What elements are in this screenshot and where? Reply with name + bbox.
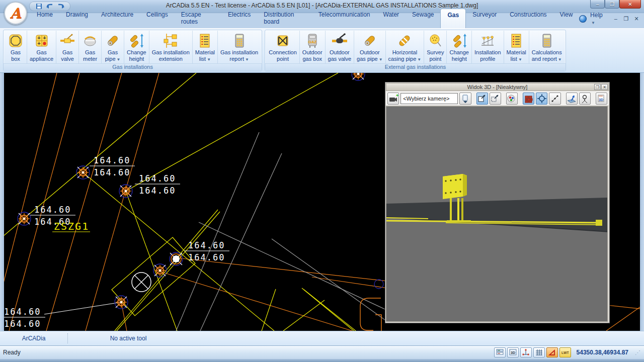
button-label: Calculations [532,49,562,56]
gas-installation-extension-button[interactable]: Gas installationextension [149,31,192,63]
combo-drop-icon[interactable] [459,93,471,105]
material-list-icon [196,32,213,49]
report-calc-icon [231,32,248,49]
doc-close-button[interactable]: ✕ [633,16,640,22]
tab-electrics[interactable]: Electrics [221,9,257,28]
tab-distribution-board[interactable]: Distribution board [257,9,311,28]
orbit-icon[interactable] [536,93,547,105]
projector-icon[interactable] [579,93,591,105]
color-ball-icon[interactable] [506,93,518,105]
survey-point-button[interactable]: Surveypoint [424,31,446,63]
export-3d-icon[interactable]: 3D [596,93,607,105]
survey-point-marker[interactable] [153,264,167,277]
doc-minimize-button[interactable]: – [612,16,619,22]
status-angle-toggle[interactable] [546,347,558,357]
change-height-icon [451,32,468,49]
button-label: Outdoor [360,49,380,56]
status-message: Ready [3,349,21,356]
view-3d-restore-button[interactable]: ❐ [594,84,601,90]
close-button[interactable]: ✕ [619,0,641,9]
gas-pipe-button[interactable]: Gaspipe▼ [101,31,124,63]
change-height-icon [128,32,145,49]
tab-water[interactable]: Water [377,9,406,28]
button-label: box [11,56,20,62]
canvas-right-scrollbar[interactable] [640,73,644,331]
gas-box-button[interactable]: Gasbox [5,31,27,63]
view-3d-toolbar: +<Wybierz kamerę>3D [386,91,609,106]
button-label: Gas [36,49,46,56]
survey-point-marker[interactable] [18,212,31,225]
camera-select-combo[interactable]: <Wybierz kamerę> [400,93,458,104]
button-label: pipe▼ [105,56,121,63]
change-height-button[interactable]: Changeheight [124,31,149,63]
survey-point-marker[interactable] [119,185,132,198]
outdoor-gas-pipe-button[interactable]: Outdoorgas pipe▼ [354,31,385,63]
gas-meter-button[interactable]: Gasmeter [78,31,101,63]
tab-telecommunication[interactable]: Telecommunication [312,9,377,28]
status-snap-toggle[interactable] [520,347,532,357]
calculations-and-report-button[interactable]: Calculationsand report▼ [529,31,565,63]
tab-drawing[interactable]: Drawing [59,9,95,28]
3d-scene [386,107,608,322]
gas-installation-report-button[interactable]: Gas installationreport▼ [217,31,261,63]
walk-icon[interactable] [549,93,560,105]
minimize-button[interactable]: – [590,0,605,9]
change-height-button[interactable]: Changeheight [446,31,471,63]
button-label: Gas [62,49,72,56]
gas-appliance-button[interactable]: +++Gasappliance [27,31,56,63]
view-3d-close-button[interactable]: ✕ [601,84,608,90]
survey-point-marker[interactable] [115,296,128,309]
tab-architecture[interactable]: Architecture [95,9,140,28]
plane-arrow-icon[interactable] [566,93,578,105]
bricks-icon[interactable] [523,93,534,105]
material-list-button[interactable]: Materiallist▼ [192,31,217,63]
chevron-down-icon: ▼ [591,21,595,25]
status-lwt-toggle[interactable]: LWT [559,347,571,357]
ribbon-group-gas-installations: Gasbox+++GasapplianceGasvalveGasmeterGas… [3,30,262,71]
tab-view[interactable]: View [553,9,580,28]
doc-restore-button[interactable]: ❐ [623,16,630,22]
button-label: Gas installation [152,49,190,56]
elevation-bottom-value: 164.60 [94,167,130,177]
window-bottom-frame [0,359,644,362]
survey-point-marker[interactable] [76,166,90,179]
button-label: Change [449,49,469,56]
ribbon: Gasbox+++GasapplianceGasvalveGasmeterGas… [0,28,644,73]
status-grid-toggle[interactable] [533,347,545,357]
tab-sewage[interactable]: Sewage [406,9,440,28]
zoom-select-icon[interactable] [490,93,501,105]
view-3d-viewport[interactable] [386,106,608,322]
outdoor-gas-valve-button[interactable]: Outdoorgas valve [325,31,354,63]
tab-constructions[interactable]: Constructions [503,9,553,28]
gas-meter-icon [82,32,99,49]
tab-escape-routes[interactable]: Escape routes [175,9,221,28]
tab-surveyor[interactable]: Surveyor [466,9,503,28]
status-threeD-toggle[interactable]: 3D [507,347,519,357]
zoom-window-icon[interactable] [476,93,488,105]
button-label: gas box [302,56,322,62]
connection-point-button[interactable]: Connectionpoint [266,31,299,63]
installation-profile-button[interactable]: Installationprofile [471,31,504,63]
tab-ceilings[interactable]: Ceilings [140,9,175,28]
status-layers-toggle[interactable] [494,347,506,357]
help-menu[interactable]: Help ▼ [590,12,609,26]
button-label: and report▼ [532,56,562,63]
canvas-left-frame [0,73,4,331]
arcadia-orb-menu-button[interactable]: A [4,2,27,25]
maximize-button[interactable]: ❐ [605,0,619,9]
add-camera-icon[interactable]: + [387,93,399,105]
status-bar: Ready 3DLWT 54350.38,46934.87 ⋰ [0,345,644,359]
view-3d-title-bar[interactable]: Widok 3D - [Nieaktywny] ❐ ✕ [386,83,609,91]
window-title: ArCADia 5.5 EN - Test license - ArCADia … [0,2,644,9]
horizontal-casing-pipe-button[interactable]: Horizontalcasing pipe▼ [385,31,424,63]
tab-gas[interactable]: Gas [440,9,466,28]
resize-grip[interactable]: ⋰ [635,349,641,356]
gas-box-post [450,198,452,222]
material-list-button[interactable]: Materiallist▼ [504,31,529,63]
view-3d-window[interactable]: Widok 3D - [Nieaktywny] ❐ ✕ +<Wybierz ka… [385,82,610,323]
post-base [447,220,471,222]
outdoor-gas-box-button[interactable]: GAZOutdoorgas box [299,31,325,63]
gas-valve-button[interactable]: Gasvalve [56,31,78,63]
tab-home[interactable]: Home [30,9,59,28]
gas-pipe-icon [361,32,378,49]
